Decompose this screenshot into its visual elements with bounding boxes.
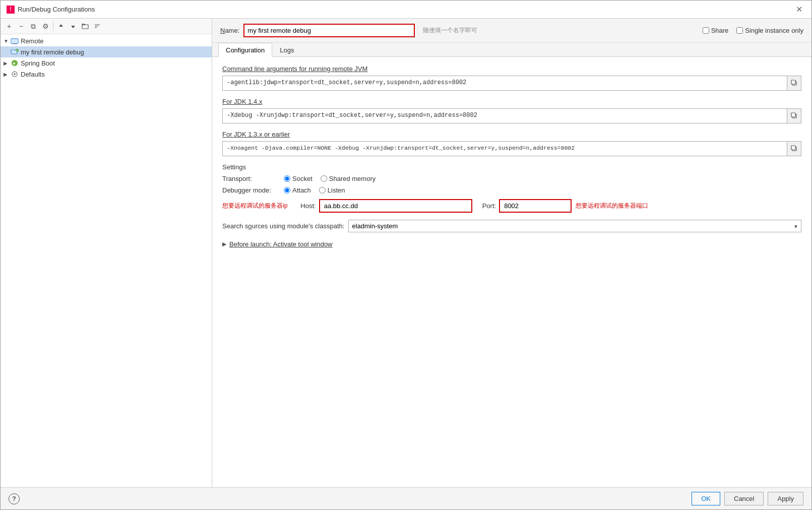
- dialog-title: Run/Debug Configurations: [18, 6, 95, 13]
- single-instance-checkbox-label[interactable]: Single instance only: [736, 27, 803, 34]
- intellij-icon: !: [7, 6, 15, 14]
- sidebar-remote-label: Remote: [21, 37, 44, 45]
- header-checkboxes: Share Single instance only: [703, 27, 803, 34]
- settings-label: Settings: [222, 163, 801, 171]
- sidebar-item-spring-boot[interactable]: ▶ Spring Boot: [1, 57, 212, 69]
- socket-radio[interactable]: [284, 175, 290, 182]
- settings-group: Settings Transport: Socket Shared memory: [222, 163, 801, 213]
- host-port-row: 想要远程调试的服务器ip Host: Port: 想要远程调试的服务器端口: [222, 199, 801, 213]
- classpath-row: Search sources using module's classpath:…: [222, 220, 801, 232]
- debugger-mode-row: Debugger mode: Attach Listen: [222, 186, 801, 194]
- title-bar: ! Run/Debug Configurations ✕: [1, 1, 811, 19]
- help-button[interactable]: ?: [9, 493, 20, 504]
- classpath-select[interactable]: eladmin-system: [348, 220, 801, 232]
- sidebar-tree: ▼ Remote ▶: [1, 34, 212, 487]
- name-input[interactable]: [244, 25, 414, 36]
- config-panel: Command line arguments for running remot…: [212, 57, 811, 487]
- move-down-button[interactable]: [68, 21, 79, 32]
- socket-label: Socket: [292, 175, 313, 182]
- transport-radio-group: Socket Shared memory: [284, 175, 376, 182]
- attach-radio[interactable]: [284, 187, 290, 194]
- sidebar-toolbar: + − ⧉ ⚙: [1, 19, 212, 34]
- move-config-button[interactable]: ⚙: [40, 21, 51, 32]
- chevron-right-defaults-icon: ▶: [4, 72, 11, 77]
- shared-memory-radio[interactable]: [321, 175, 327, 182]
- main-content: + − ⧉ ⚙: [1, 19, 811, 487]
- sidebar-defaults-label: Defaults: [21, 71, 45, 78]
- share-checkbox-label[interactable]: Share: [703, 27, 729, 34]
- attach-label: Attach: [292, 186, 311, 194]
- jdk13-copy-button[interactable]: [787, 141, 801, 156]
- socket-radio-label[interactable]: Socket: [284, 175, 313, 182]
- svg-point-9: [12, 60, 18, 66]
- attach-radio-label[interactable]: Attach: [284, 186, 311, 194]
- toolbar-separator-1: [53, 22, 53, 31]
- svg-rect-7: [13, 54, 15, 54]
- listen-radio[interactable]: [319, 187, 326, 194]
- shared-memory-label: Shared memory: [329, 175, 376, 182]
- ok-button[interactable]: OK: [692, 492, 720, 505]
- share-checkbox[interactable]: [703, 27, 709, 34]
- transport-label: Transport:: [222, 175, 278, 182]
- name-input-wrapper: [243, 24, 415, 37]
- name-row: Name: 随便填一个名字即可 Share Single instance on…: [212, 19, 811, 43]
- run-debug-dialog: ! Run/Debug Configurations ✕ + − ⧉ ⚙: [0, 0, 812, 510]
- cmd-args-wrapper: -agentlib:jdwp=transport=dt_socket,serve…: [222, 76, 801, 91]
- before-launch-label: Before launch: Activate tool window: [229, 240, 333, 248]
- cmd-args-copy-button[interactable]: [787, 76, 801, 91]
- svg-point-11: [14, 73, 16, 75]
- move-up-button[interactable]: [55, 21, 67, 32]
- jdk14-copy-button[interactable]: [787, 108, 801, 123]
- port-annotation: 想要远程调试的服务器端口: [576, 202, 648, 210]
- classpath-label: Search sources using module's classpath:: [222, 222, 344, 230]
- name-label: Name:: [220, 27, 239, 34]
- debugger-mode-label: Debugger mode:: [222, 186, 278, 194]
- action-buttons: OK Cancel Apply: [692, 492, 803, 505]
- transport-row: Transport: Socket Shared memory: [222, 175, 801, 182]
- close-button[interactable]: ✕: [793, 4, 805, 15]
- before-launch-chevron-icon: ▶: [222, 241, 226, 247]
- debugger-mode-radio-group: Attach Listen: [284, 186, 345, 194]
- tab-configuration[interactable]: Configuration: [218, 43, 272, 57]
- tabs-bar: Configuration Logs: [212, 43, 811, 57]
- create-folder-button[interactable]: [80, 21, 91, 32]
- jdk14-value: -Xdebug -Xrunjdwp:transport=dt_socket,se…: [222, 108, 787, 123]
- sidebar-item-defaults[interactable]: ▶ Defaults: [1, 69, 212, 80]
- port-input-wrapper: [499, 199, 572, 213]
- cmd-args-label: Command line arguments for running remot…: [222, 65, 801, 73]
- add-config-button[interactable]: +: [4, 21, 15, 32]
- share-label: Share: [711, 27, 729, 34]
- apply-button[interactable]: Apply: [768, 492, 803, 505]
- tab-logs[interactable]: Logs: [272, 43, 301, 57]
- cancel-button[interactable]: Cancel: [724, 492, 764, 505]
- remove-config-button[interactable]: −: [16, 21, 27, 32]
- cmd-args-value: -agentlib:jdwp=transport=dt_socket,serve…: [222, 76, 787, 91]
- jdk14-label: For JDK 1.4.x: [222, 98, 801, 105]
- shared-memory-radio-label[interactable]: Shared memory: [321, 175, 376, 182]
- jdk13-wrapper: -Xnoagent -Djava.compiler=NONE -Xdebug -…: [222, 141, 801, 156]
- sort-button[interactable]: [92, 21, 103, 32]
- jdk13-value: -Xnoagent -Djava.compiler=NONE -Xdebug -…: [222, 141, 787, 156]
- sidebar-item-remote-debug[interactable]: ▶ my first remote debug: [1, 46, 212, 57]
- single-instance-label: Single instance only: [745, 27, 803, 34]
- port-input[interactable]: [500, 200, 571, 212]
- before-launch-row[interactable]: ▶ Before launch: Activate tool window: [222, 240, 801, 248]
- host-label: Host:: [300, 202, 316, 210]
- svg-rect-2: [12, 40, 17, 42]
- listen-radio-label[interactable]: Listen: [319, 186, 345, 194]
- single-instance-checkbox[interactable]: [736, 27, 743, 34]
- title-bar-left: ! Run/Debug Configurations: [7, 6, 95, 14]
- bottom-bar: ? OK Cancel Apply: [1, 487, 811, 509]
- right-panel: Name: 随便填一个名字即可 Share Single instance on…: [212, 19, 811, 487]
- host-input[interactable]: [320, 200, 471, 212]
- host-annotation: 想要远程调试的服务器ip: [222, 202, 287, 210]
- jdk13-label: For JDK 1.3.x or earlier: [222, 131, 801, 138]
- jdk14-wrapper: -Xdebug -Xrunjdwp:transport=dt_socket,se…: [222, 108, 801, 123]
- classpath-select-wrapper: eladmin-system: [348, 220, 801, 232]
- name-hint: 随便填一个名字即可: [423, 26, 477, 35]
- copy-config-button[interactable]: ⧉: [28, 21, 39, 32]
- remote-debug-config-icon: [11, 48, 19, 56]
- chevron-down-icon: ▼: [4, 38, 11, 44]
- svg-rect-17: [791, 146, 795, 150]
- sidebar-item-remote[interactable]: ▼ Remote: [1, 35, 212, 46]
